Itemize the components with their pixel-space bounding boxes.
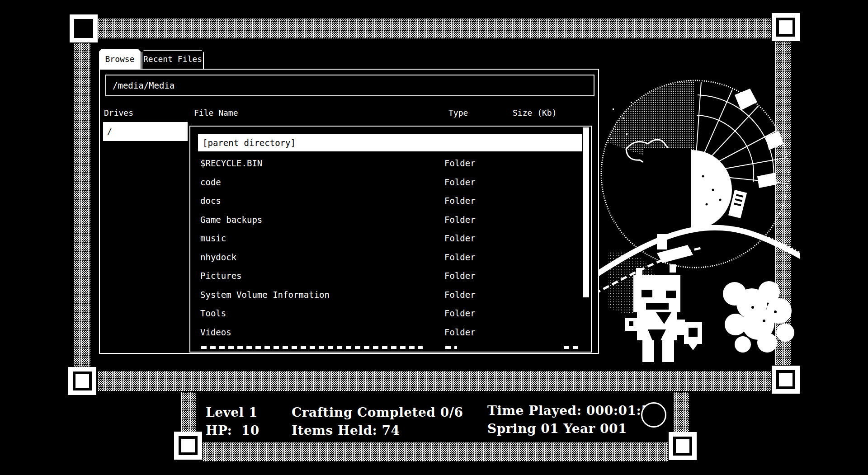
frame-corner-tl bbox=[70, 14, 98, 42]
clipped-text-fragment bbox=[445, 346, 457, 349]
file-type: Folder bbox=[444, 229, 476, 248]
file-type: Folder bbox=[444, 304, 476, 323]
file-type: Folder bbox=[444, 248, 476, 267]
file-row[interactable]: music Folder bbox=[190, 229, 590, 248]
file-type: Folder bbox=[444, 286, 476, 304]
disc-core bbox=[643, 148, 732, 232]
column-header-size: Size (Kb) bbox=[513, 108, 557, 118]
file-name: System Volume Information bbox=[200, 286, 330, 304]
file-row-selected[interactable]: [parent directory] bbox=[198, 134, 582, 151]
hp-label: HP: 10 bbox=[206, 423, 259, 438]
file-name: docs bbox=[200, 192, 221, 210]
file-type: Folder bbox=[444, 154, 476, 173]
status-frame-pillar-right bbox=[673, 391, 689, 433]
frame-bar-top bbox=[98, 18, 772, 39]
frame-bar-bottom bbox=[98, 371, 772, 391]
crafting-label: Crafting Completed 0/6 bbox=[292, 405, 463, 420]
file-row[interactable]: $RECYCLE.BIN Folder bbox=[190, 154, 590, 173]
player-character-art bbox=[625, 264, 702, 362]
file-row[interactable]: Pictures Folder bbox=[190, 267, 590, 285]
column-header-file-name: File Name bbox=[194, 108, 238, 118]
file-name: [parent directory] bbox=[203, 134, 296, 151]
dream-world-art bbox=[599, 41, 800, 366]
file-row[interactable]: Tools Folder bbox=[190, 304, 590, 323]
file-name: $RECYCLE.BIN bbox=[200, 154, 262, 173]
file-type: Folder bbox=[444, 323, 476, 342]
file-name: code bbox=[200, 173, 221, 192]
file-name: Tools bbox=[200, 304, 226, 323]
level-label: Level 1 bbox=[206, 405, 258, 420]
time-played-label: Time Played: 000:01:59 bbox=[487, 403, 659, 418]
clipped-text-fragment bbox=[201, 346, 423, 349]
file-type: Folder bbox=[444, 173, 476, 192]
game-screen: Browse Recent Files /media/Media Drives … bbox=[0, 0, 868, 475]
clipped-text-fragment bbox=[564, 346, 578, 349]
file-type: Folder bbox=[444, 267, 476, 285]
status-frame-corner-right bbox=[669, 432, 697, 460]
file-list: [parent directory] $RECYCLE.BIN Folder c… bbox=[189, 126, 592, 353]
file-row[interactable]: docs Folder bbox=[190, 192, 590, 210]
file-row[interactable]: System Volume Information Folder bbox=[190, 286, 590, 304]
tab-browse[interactable]: Browse bbox=[99, 49, 141, 70]
file-row[interactable]: nhydock Folder bbox=[190, 248, 590, 267]
column-header-drives: Drives bbox=[104, 108, 133, 118]
frame-corner-tr bbox=[772, 13, 800, 41]
file-type: Folder bbox=[444, 192, 476, 210]
file-name: nhydock bbox=[200, 248, 236, 267]
clouds bbox=[723, 281, 794, 353]
file-browser-panel: /media/Media Drives File Name Type Size … bbox=[99, 69, 599, 354]
scrollbar-thumb[interactable] bbox=[583, 127, 589, 297]
tab-recent-files[interactable]: Recent Files bbox=[142, 50, 204, 69]
status-frame-corner-left bbox=[174, 432, 202, 460]
date-label: Spring 01 Year 001 bbox=[487, 421, 627, 436]
moon-phase-indicator bbox=[641, 402, 666, 428]
status-frame-bar-bottom bbox=[202, 442, 669, 462]
file-name: Pictures bbox=[200, 267, 242, 285]
file-row[interactable]: Game backups Folder bbox=[190, 211, 590, 229]
column-header-type: Type bbox=[448, 108, 468, 118]
items-held-label: Items Held: 74 bbox=[292, 423, 400, 438]
file-row[interactable]: Videos Folder bbox=[190, 323, 590, 342]
file-name: Game backups bbox=[200, 211, 262, 229]
laptop-art bbox=[657, 234, 693, 263]
file-type: Folder bbox=[444, 211, 476, 229]
drive-item-root[interactable]: / bbox=[103, 122, 188, 141]
file-name: music bbox=[200, 229, 226, 248]
file-row[interactable]: code Folder bbox=[190, 173, 590, 192]
frame-corner-bl bbox=[68, 367, 96, 395]
file-name: Videos bbox=[200, 323, 231, 342]
path-input[interactable]: /media/Media bbox=[105, 75, 594, 96]
frame-bar-left bbox=[74, 42, 91, 367]
status-frame-pillar-left bbox=[180, 391, 197, 433]
frame-corner-br bbox=[772, 366, 800, 394]
